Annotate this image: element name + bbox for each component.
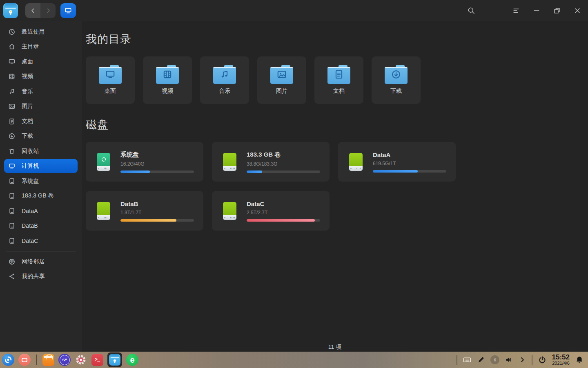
- clock[interactable]: 15:52 2021/4/6: [552, 354, 570, 366]
- sidebar-item-videos[interactable]: 视频: [4, 70, 78, 83]
- sidebar-item-recent[interactable]: 最近使用: [4, 25, 78, 39]
- search-button[interactable]: [463, 2, 479, 19]
- sidebar-item-desktop[interactable]: 桌面: [4, 55, 78, 69]
- sidebar-item-label: 视频: [22, 73, 33, 80]
- folder-icon: [213, 65, 236, 84]
- keyboard-icon[interactable]: [463, 355, 472, 364]
- folder-label: 下载: [390, 88, 402, 95]
- sidebar-item-label: 桌面: [22, 58, 33, 65]
- dock-divider: [36, 355, 37, 365]
- dock-app-icons: >_e: [0, 352, 138, 368]
- sidebar-item-dataa[interactable]: DataA: [4, 204, 78, 218]
- bluetooth-icon[interactable]: [490, 355, 499, 364]
- folder-card-music[interactable]: 音乐: [200, 56, 249, 104]
- sidebar-item-music[interactable]: 音乐: [4, 85, 78, 99]
- sidebar-item-home[interactable]: 主目录: [4, 40, 78, 54]
- sidebar-item-datab[interactable]: DataB: [4, 219, 78, 233]
- sidebar-item-pictures[interactable]: 图片: [4, 99, 78, 113]
- sidebar-item-label: 183.3 GB 卷: [22, 192, 54, 200]
- disk-card-grid: 系统盘16.2G/40G183.3 GB 卷38.8G/183.3GDataA6…: [86, 142, 466, 231]
- chevron-right-icon: [45, 7, 52, 14]
- desktop-icon: [7, 58, 16, 65]
- launcher-icon[interactable]: [2, 354, 14, 366]
- sidebar-item-label: DataA: [22, 208, 38, 214]
- browser-icon[interactable]: e: [126, 354, 138, 366]
- sidebar-item-label: 文档: [22, 118, 33, 125]
- image-icon: [7, 103, 16, 110]
- disk-usage: 38.8G/183.3G: [247, 161, 320, 167]
- download-glyph-icon: [385, 69, 408, 80]
- music-glyph-icon: [213, 69, 236, 80]
- disk-card-datac[interactable]: DataC2.5T/2.7T: [212, 191, 330, 231]
- filemanager-icon[interactable]: [107, 352, 122, 367]
- folder-card-row: 桌面视频音乐图片文档下载: [86, 56, 588, 104]
- folder-card-pictures[interactable]: 图片: [257, 56, 306, 104]
- item-count: 11 项: [328, 343, 341, 350]
- sidebar-item-volume-183gb[interactable]: 183.3 GB 卷: [4, 189, 78, 203]
- share-icon: [7, 273, 16, 280]
- disk-usage-progressbar: [247, 171, 320, 173]
- terminal-icon[interactable]: >_: [91, 354, 103, 366]
- sidebar-item-shares[interactable]: 我的共享: [4, 269, 78, 283]
- sidebar-item-label: 计算机: [22, 162, 39, 170]
- close-button[interactable]: [569, 2, 586, 19]
- data-disk-icon: [223, 153, 236, 171]
- data-disk-icon: [349, 153, 363, 171]
- controlcenter-icon[interactable]: [75, 354, 87, 366]
- sidebar: 最近使用主目录桌面视频音乐图片文档下载回收站计算机系统盘183.3 GB 卷Da…: [0, 21, 82, 352]
- menu-icon: [512, 7, 520, 15]
- data-disk-icon: [223, 202, 236, 220]
- maximize-button[interactable]: [549, 2, 565, 19]
- disk-name: 系统盘: [120, 151, 194, 159]
- folder-card-downloads[interactable]: 下载: [372, 56, 421, 104]
- sidebar-item-trash[interactable]: 回收站: [4, 144, 78, 158]
- volume-icon[interactable]: [505, 356, 513, 364]
- appstore-icon[interactable]: [42, 354, 54, 366]
- disk-card-volume-183gb[interactable]: 183.3 GB 卷38.8G/183.3G: [212, 142, 330, 182]
- sidebar-item-label: 音乐: [22, 88, 33, 95]
- menu-button[interactable]: [508, 2, 524, 19]
- disk-card-system-disk[interactable]: 系统盘16.2G/40G: [86, 142, 203, 182]
- folder-icon: [99, 65, 122, 84]
- status-bar: 11 项: [82, 343, 588, 351]
- sidebar-item-network[interactable]: 网络邻居: [4, 255, 78, 269]
- sidebar-item-documents[interactable]: 文档: [4, 114, 78, 128]
- power-icon[interactable]: [538, 355, 547, 364]
- chevron-right-icon[interactable]: [518, 356, 526, 364]
- folder-label: 视频: [162, 88, 173, 95]
- forward-button[interactable]: [40, 3, 56, 18]
- folder-label: 桌面: [105, 88, 116, 95]
- desktop-glyph-icon: [99, 69, 122, 80]
- sidebar-item-computer[interactable]: 计算机: [4, 159, 78, 173]
- sysmon-icon[interactable]: [58, 354, 71, 366]
- folder-card-desktop[interactable]: 桌面: [86, 56, 135, 104]
- folder-card-documents[interactable]: 文档: [314, 56, 363, 104]
- sidebar-item-downloads[interactable]: 下载: [4, 129, 78, 143]
- computer-icon: [7, 162, 16, 170]
- folder-label: 文档: [333, 88, 345, 95]
- document-glyph-icon: [327, 69, 350, 80]
- pen-icon[interactable]: [477, 356, 485, 364]
- multitask-icon[interactable]: [18, 354, 31, 366]
- system-disk-icon: [97, 153, 110, 171]
- sidebar-item-datac[interactable]: DataC: [4, 234, 78, 248]
- disk-name: DataB: [120, 200, 194, 207]
- sidebar-item-label: DataB: [22, 222, 38, 229]
- music-icon: [7, 88, 16, 95]
- folder-card-videos[interactable]: 视频: [143, 56, 192, 104]
- disk-icon: [7, 222, 16, 229]
- disk-name: DataC: [247, 200, 320, 207]
- notification-bell-icon[interactable]: [575, 355, 584, 364]
- disk-icon: [7, 192, 16, 200]
- folder-label: 图片: [276, 88, 287, 95]
- home-icon: [7, 43, 16, 50]
- download-icon: [7, 132, 16, 140]
- disk-card-datab[interactable]: DataB1.3T/1.7T: [86, 191, 203, 231]
- computer-view-button[interactable]: [60, 3, 76, 18]
- disk-card-dataa[interactable]: DataA619.5G/1T: [338, 142, 456, 182]
- minimize-button[interactable]: [528, 2, 545, 19]
- sidebar-item-label: 图片: [22, 103, 33, 110]
- back-button[interactable]: [25, 3, 40, 18]
- sidebar-item-system-disk[interactable]: 系统盘: [4, 174, 78, 188]
- section-title-my-directories: 我的目录: [86, 32, 588, 47]
